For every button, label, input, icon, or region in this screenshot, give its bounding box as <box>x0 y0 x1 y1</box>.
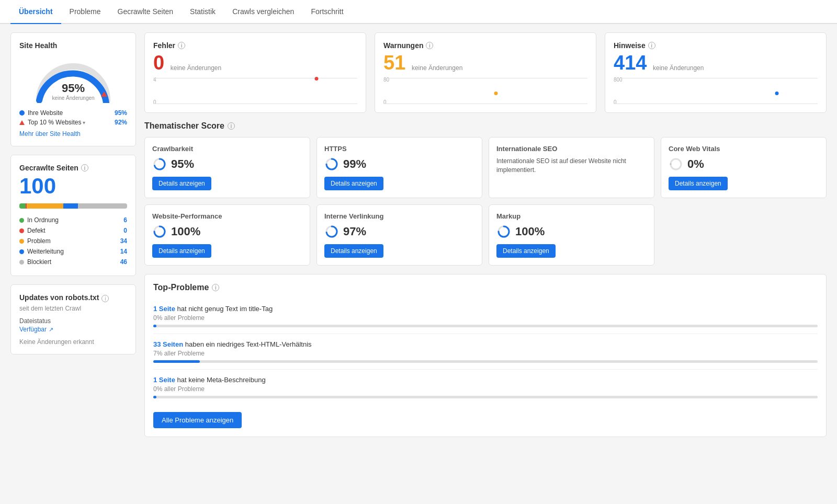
bar-segment <box>63 203 78 209</box>
metric-change: keine Änderungen <box>412 64 462 72</box>
alle-probleme-button[interactable]: Alle Probleme anzeigen <box>153 412 242 428</box>
chart-bottom-line <box>383 104 587 104</box>
bar-segment <box>78 203 127 209</box>
score-value-row: 99% <box>324 157 474 171</box>
metric-title: Warnungen i <box>383 41 587 50</box>
robots-info-icon[interactable]: i <box>101 295 109 302</box>
metric-change: keine Änderungen <box>653 64 704 72</box>
gauge-label: keine Änderungen <box>52 95 94 101</box>
stat-label: Defekt <box>27 227 46 234</box>
bar-segment <box>27 203 63 209</box>
metric-title: Fehler i <box>153 41 357 50</box>
score-card-website-performance: Website-Performance 100% Details anzeige… <box>144 204 310 266</box>
ext-link-icon[interactable]: ↗ <box>49 326 53 333</box>
metric-big-value: 414 <box>614 52 647 74</box>
metric-card-fehler: Fehler i 0 keine Änderungen 4 0 <box>144 32 366 113</box>
metric-title: Hinweise i <box>614 41 818 50</box>
metric-value-row: 51 keine Änderungen <box>383 53 587 73</box>
metric-value-row: 414 keine Änderungen <box>614 53 818 73</box>
nav-item-fortschritt[interactable]: Fortschritt <box>302 0 352 24</box>
stat-label: Blockiert <box>27 258 51 266</box>
score-percent: 100% <box>515 225 545 238</box>
nav-item-crawls-vergleichen[interactable]: Crawls vergleichen <box>224 0 302 24</box>
gecrawlte-info-icon[interactable]: i <box>81 164 88 171</box>
stat-row: In Ordnung6 <box>19 215 127 225</box>
content-area: Fehler i 0 keine Änderungen 4 0 Warnunge… <box>144 32 827 437</box>
score-value-row: 0% <box>669 157 819 171</box>
problem-bar-bg <box>153 325 818 327</box>
stat-label: Weiterleitung <box>27 248 64 255</box>
stat-dot-icon <box>19 239 24 244</box>
nav-item-gecrawlte-seiten[interactable]: Gecrawlte Seiten <box>109 0 182 24</box>
ring-svg <box>152 157 167 171</box>
legend-label: Ihre Website <box>28 109 63 117</box>
chart-bottom-label: 0 <box>614 99 617 105</box>
chart-top-line <box>153 78 357 78</box>
sidebar: Site Health 95% keine Änderungen Ihre We… <box>10 32 136 437</box>
metric-info-icon[interactable]: i <box>426 42 433 49</box>
problem-item: 33 Seiten haben ein niedriges Text-HTML-… <box>153 334 818 370</box>
thematischer-info-icon[interactable]: i <box>228 122 235 130</box>
legend-triangle-icon <box>19 120 25 125</box>
top-probleme-info-icon[interactable]: i <box>212 284 219 291</box>
legend-value: 92% <box>115 119 127 126</box>
problem-bar-fill <box>153 325 156 327</box>
problem-bar-fill <box>153 396 156 398</box>
score-card-title: Core Web Vitals <box>669 145 819 153</box>
nav-item-statistik[interactable]: Statistik <box>182 0 224 24</box>
score-card-title: Internationale SEO <box>496 145 647 153</box>
score-value-row: 97% <box>324 224 474 239</box>
gecrawlte-card: Gecrawlte Seiten i 100 In Ordnung6Defekt… <box>10 155 136 276</box>
nav-item-übersicht[interactable]: Übersicht <box>10 0 61 24</box>
intl-text: Internationale SEO ist auf dieser Websit… <box>496 157 647 175</box>
metric-info-icon[interactable]: i <box>178 42 185 49</box>
score-card-internationale-seo: Internationale SEOInternationale SEO ist… <box>489 137 654 198</box>
legend-item: Ihre Website95% <box>19 109 127 117</box>
details-button[interactable]: Details anzeigen <box>496 244 556 258</box>
metric-card-hinweise: Hinweise i 414 keine Änderungen 800 0 <box>605 32 827 113</box>
nav-item-probleme[interactable]: Probleme <box>61 0 109 24</box>
problem-link[interactable]: 33 Seiten <box>153 340 183 348</box>
details-button[interactable]: Details anzeigen <box>324 177 383 190</box>
metrics-row: Fehler i 0 keine Änderungen 4 0 Warnunge… <box>144 32 827 113</box>
mehr-link[interactable]: Mehr über Site Health <box>19 130 127 138</box>
robots-none: Keine Änderungen erkannt <box>19 338 127 346</box>
nav-bar: ÜbersichtProblemeGecrawlte SeitenStatist… <box>0 0 837 24</box>
score-card-title: Interne Verlinkung <box>324 212 474 220</box>
chart-dot-icon <box>775 91 779 95</box>
metric-change: keine Änderungen <box>171 64 221 72</box>
svg-point-5 <box>671 159 681 169</box>
details-button[interactable]: Details anzeigen <box>324 244 383 258</box>
score-percent: 0% <box>687 157 704 171</box>
problem-text-row: 1 Seite hat nicht genug Text im title-Ta… <box>153 305 818 313</box>
bar-stack <box>19 203 127 209</box>
top-probleme-title: Top-Probleme i <box>153 283 818 292</box>
ring-svg <box>152 224 167 239</box>
stat-value: 34 <box>120 237 127 245</box>
metric-info-icon[interactable]: i <box>648 42 655 49</box>
stat-value: 6 <box>123 216 127 224</box>
stat-dot-icon <box>19 260 24 265</box>
chart-bottom-line <box>153 104 357 104</box>
chart-top-line <box>383 78 587 78</box>
details-button[interactable]: Details anzeigen <box>152 177 211 190</box>
score-card-markup: Markup 100% Details anzeigen <box>489 204 654 266</box>
score-card-title: Crawlbarkeit <box>152 145 302 153</box>
details-button[interactable]: Details anzeigen <box>669 177 728 190</box>
metric-big-value: 51 <box>383 52 405 74</box>
problem-item: 1 Seite hat nicht genug Text im title-Ta… <box>153 299 818 334</box>
problem-link[interactable]: 1 Seite <box>153 376 175 384</box>
stat-label: Problem <box>27 237 51 245</box>
details-button[interactable]: Details anzeigen <box>152 244 211 258</box>
robots-card: Updates von robots.txt i seit dem letzte… <box>10 284 136 354</box>
metric-card-warnungen: Warnungen i 51 keine Änderungen 80 0 <box>375 32 596 113</box>
legend-dropdown-icon[interactable]: ▾ <box>83 120 85 125</box>
score-percent: 100% <box>171 225 200 238</box>
score-value-row: 100% <box>152 224 302 239</box>
ring-svg <box>496 224 511 239</box>
stat-row: Problem34 <box>19 236 127 246</box>
problem-link[interactable]: 1 Seite <box>153 305 175 313</box>
stat-label: In Ordnung <box>27 216 59 224</box>
legend-item: Top 10 % Websites ▾92% <box>19 119 127 126</box>
robots-file-value: Verfügbar ↗ <box>19 326 127 333</box>
